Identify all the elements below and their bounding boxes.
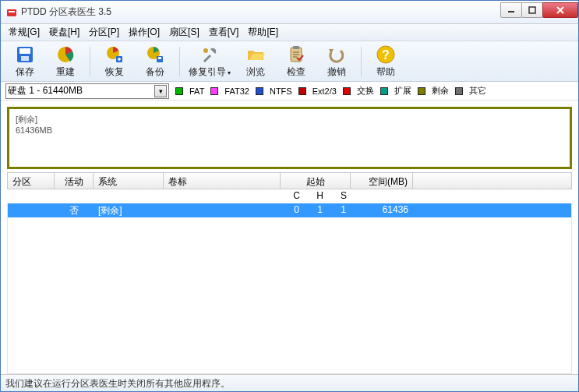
svg-rect-12 — [158, 57, 161, 59]
disk-select-value: 硬盘 1 - 61440MB — [8, 84, 83, 97]
svg-point-13 — [203, 48, 208, 53]
browse-button[interactable]: 浏览 — [236, 44, 275, 79]
cell-space: 61436 — [351, 203, 413, 217]
swatch-fat — [175, 87, 183, 95]
swatch-other — [455, 87, 463, 95]
menu-partition[interactable]: 分区[P] — [84, 24, 124, 41]
svg-rect-15 — [293, 46, 299, 49]
svg-rect-6 — [21, 56, 29, 61]
cell-active: 否 — [55, 203, 94, 217]
close-button[interactable] — [542, 2, 578, 18]
status-bar: 我们建议在运行分区表医生时关闭所有其他应用程序。 — [1, 374, 578, 391]
rebuild-label: 重建 — [56, 65, 75, 79]
legend-fat: FAT — [189, 87, 204, 96]
app-icon — [5, 6, 18, 19]
th-partition[interactable]: 分区 — [8, 173, 55, 189]
legend-swap: 交换 — [357, 85, 374, 97]
th-space[interactable]: 空间(MB) — [351, 173, 413, 189]
titlebar: PTDD 分区表医生 3.5 — [1, 1, 578, 24]
swatch-free — [418, 87, 425, 95]
th-system[interactable]: 系统 — [94, 173, 164, 189]
menu-operate[interactable]: 操作[O] — [124, 24, 164, 41]
th-start[interactable]: 起始 — [281, 173, 351, 189]
table-body: 否 [剩余] 0 1 1 61436 — [7, 203, 572, 374]
undo-icon — [327, 44, 347, 65]
menu-general[interactable]: 常规[G] — [4, 24, 44, 41]
svg-rect-2 — [508, 11, 514, 12]
swatch-swap — [343, 87, 351, 95]
tools-icon — [199, 44, 220, 65]
chevron-down-icon: ▾ — [154, 85, 167, 97]
help-button[interactable]: ? 帮助 — [366, 44, 405, 79]
swatch-ext — [298, 87, 306, 95]
save-icon — [15, 44, 35, 65]
fixboot-label: 修复引导▾ — [189, 65, 231, 79]
restore-button[interactable]: 恢复 — [95, 44, 134, 79]
th-label[interactable]: 卷标 — [164, 173, 281, 189]
legend-free: 剩余 — [432, 85, 449, 97]
svg-rect-5 — [19, 48, 30, 54]
th-c: C — [280, 189, 303, 203]
check-label: 检查 — [287, 65, 305, 79]
backup-button[interactable]: 备份 — [136, 44, 175, 79]
th-h: H — [303, 189, 327, 203]
svg-rect-1 — [9, 11, 15, 12]
cell-s: 1 — [327, 203, 351, 217]
menu-view[interactable]: 查看[V] — [204, 24, 244, 41]
cell-system: [剩余] — [94, 203, 164, 217]
swatch-extended — [380, 87, 388, 95]
partition-table: 分区 活动 系统 卷标 起始 空间(MB) C H S 否 [剩余] 0 1 1… — [1, 172, 578, 374]
fixboot-button[interactable]: 修复引导▾ — [185, 44, 235, 79]
table-subheader: C H S — [7, 189, 572, 203]
menubar: 常规[G] 硬盘[H] 分区[P] 操作[O] 扇区[S] 查看[V] 帮助[E… — [1, 24, 578, 41]
status-text: 我们建议在运行分区表医生时关闭所有其他应用程序。 — [5, 378, 230, 389]
legend-fat32: FAT32 — [224, 87, 249, 96]
diskmap-free-block[interactable]: [剩余] 61436MB — [7, 107, 572, 169]
window-title: PTDD 分区表医生 3.5 — [21, 5, 501, 19]
undo-label: 撤销 — [327, 65, 346, 79]
minimize-button[interactable] — [500, 2, 522, 18]
menu-help[interactable]: 帮助[E] — [243, 24, 283, 41]
menu-sector[interactable]: 扇区[S] — [164, 24, 204, 41]
separator — [90, 47, 90, 76]
help-icon: ? — [376, 44, 396, 65]
cell-partition — [8, 203, 55, 217]
cell-h: 1 — [304, 203, 327, 217]
backup-label: 备份 — [146, 65, 164, 79]
check-button[interactable]: 检查 — [277, 44, 316, 79]
th-active[interactable]: 活动 — [55, 173, 94, 189]
toolbar: 保存 重建 恢复 备份 修复引导▾ 浏览 检查 撤销 — [1, 41, 578, 82]
svg-rect-0 — [7, 9, 16, 16]
menu-disk[interactable]: 硬盘[H] — [44, 24, 84, 41]
chevron-down-icon: ▾ — [228, 69, 231, 76]
diskmap-container: [剩余] 61436MB — [1, 101, 578, 172]
clipboard-icon — [286, 44, 306, 65]
browse-label: 浏览 — [246, 65, 265, 79]
svg-rect-3 — [529, 7, 535, 13]
cell-c: 0 — [281, 203, 304, 217]
save-label: 保存 — [16, 65, 34, 79]
rebuild-button[interactable]: 重建 — [46, 44, 85, 79]
restore-icon — [104, 44, 125, 65]
maximize-button[interactable] — [521, 2, 543, 18]
legend-other: 其它 — [469, 85, 486, 97]
piechart-icon — [55, 44, 76, 65]
th-s: S — [327, 189, 350, 203]
diskmap-size: 61436MB — [16, 125, 563, 135]
restore-label: 恢复 — [105, 65, 124, 79]
separator — [361, 47, 362, 76]
folder-icon — [245, 44, 266, 65]
backup-icon — [145, 44, 165, 65]
undo-button[interactable]: 撤销 — [317, 44, 356, 79]
swatch-fat32 — [210, 87, 218, 95]
legend: FAT FAT32 NTFS Ext2/3 交换 扩展 剩余 其它 — [175, 85, 486, 97]
legend-ext: Ext2/3 — [312, 87, 337, 96]
diskmap-label: [剩余] — [16, 114, 563, 125]
table-row[interactable]: 否 [剩余] 0 1 1 61436 — [8, 203, 571, 217]
app-window: PTDD 分区表医生 3.5 常规[G] 硬盘[H] 分区[P] 操作[O] 扇… — [0, 0, 579, 392]
save-button[interactable]: 保存 — [5, 44, 44, 79]
disk-bar: 硬盘 1 - 61440MB ▾ FAT FAT32 NTFS Ext2/3 交… — [1, 82, 578, 101]
help-label: 帮助 — [376, 65, 395, 79]
disk-select[interactable]: 硬盘 1 - 61440MB ▾ — [5, 83, 169, 99]
legend-extended: 扩展 — [394, 85, 411, 97]
